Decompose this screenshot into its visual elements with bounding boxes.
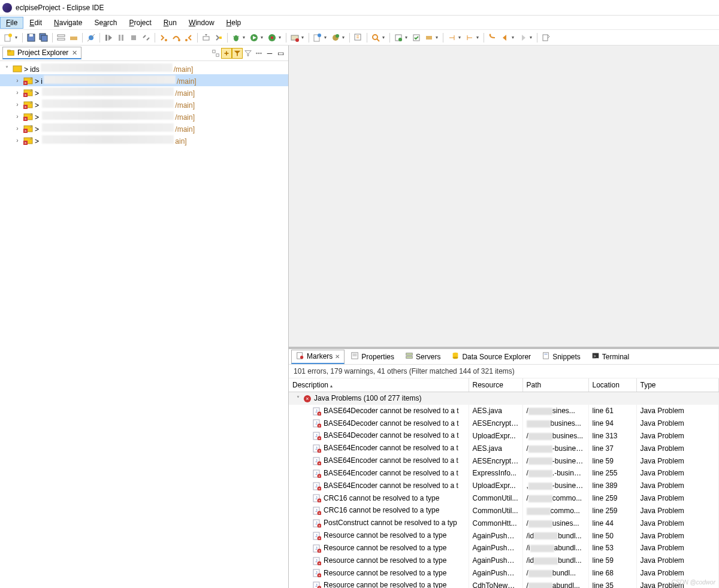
toggle-breadcrumb-button[interactable] bbox=[55, 32, 67, 44]
last-edit-button[interactable] bbox=[487, 32, 499, 44]
menu-file[interactable]: File bbox=[0, 17, 23, 29]
dropdown-caret[interactable]: ▾ bbox=[458, 35, 463, 40]
toggle-ant-button[interactable] bbox=[392, 32, 404, 44]
tree-root[interactable]: ˅ > ids/main] bbox=[0, 62, 288, 74]
pin-editor-button[interactable] bbox=[540, 32, 552, 44]
problem-row[interactable]: J×Resource cannot be resolved to a typeC… bbox=[289, 579, 719, 588]
next-annotation-button[interactable] bbox=[464, 32, 476, 44]
suspend-button[interactable] bbox=[115, 32, 127, 44]
expand-toggle[interactable]: › bbox=[13, 101, 22, 108]
project-explorer-tab[interactable]: Project Explorer ✕ bbox=[2, 47, 81, 59]
run-server-button[interactable] bbox=[289, 32, 301, 44]
tab-data-source-explorer[interactable]: Data Source Explorer bbox=[446, 350, 536, 363]
problem-row[interactable]: J×BASE64Encoder cannot be resolved to a … bbox=[289, 442, 719, 454]
menu-edit[interactable]: Edit bbox=[23, 17, 48, 29]
problem-row[interactable]: J×Resource cannot be resolved to a typeA… bbox=[289, 567, 719, 580]
resume-button[interactable] bbox=[102, 32, 114, 44]
menu-search[interactable]: Search bbox=[88, 17, 123, 29]
dropdown-caret[interactable]: ▾ bbox=[243, 35, 247, 40]
collapse-all-button[interactable] bbox=[210, 48, 221, 59]
column-location[interactable]: Location bbox=[588, 378, 636, 392]
terminate-button[interactable] bbox=[128, 32, 140, 44]
save-button[interactable] bbox=[25, 32, 37, 44]
tree-item[interactable]: ›×J> i/main] bbox=[0, 74, 288, 86]
close-tab-button[interactable]: ✕ bbox=[335, 353, 340, 360]
coverage-button[interactable] bbox=[266, 32, 278, 44]
filter-button[interactable] bbox=[243, 48, 253, 59]
debug-button[interactable] bbox=[230, 32, 242, 44]
new-package-button[interactable] bbox=[330, 32, 342, 44]
problem-row[interactable]: J×Resource cannot be resolved to a typeA… bbox=[289, 554, 719, 567]
step-return-button[interactable] bbox=[183, 32, 195, 44]
problem-row[interactable]: J×BASE64Decoder cannot be resolved to a … bbox=[289, 405, 719, 417]
dropdown-caret[interactable]: ▾ bbox=[512, 35, 516, 40]
forward-button[interactable] bbox=[517, 32, 529, 44]
dropdown-caret[interactable]: ▾ bbox=[405, 35, 410, 40]
tree-item[interactable]: ›×J> /main] bbox=[0, 122, 288, 134]
open-type-button[interactable] bbox=[352, 32, 364, 44]
disconnect-button[interactable] bbox=[140, 32, 152, 44]
menu-help[interactable]: Help bbox=[220, 17, 247, 29]
problem-row[interactable]: J×BASE64Decoder cannot be resolved to a … bbox=[289, 417, 719, 430]
pin-button[interactable] bbox=[423, 32, 435, 44]
dropdown-caret[interactable]: ▾ bbox=[436, 35, 440, 40]
expand-toggle[interactable]: › bbox=[13, 89, 22, 96]
focus-task-button[interactable] bbox=[232, 48, 243, 59]
dropdown-caret[interactable]: ▾ bbox=[261, 35, 265, 40]
tree-item[interactable]: ›×J> /main] bbox=[0, 98, 288, 110]
problem-row[interactable]: J×BASE64Encoder cannot be resolved to a … bbox=[289, 480, 719, 492]
step-into-button[interactable] bbox=[158, 32, 170, 44]
menu-navigate[interactable]: Navigate bbox=[48, 17, 88, 29]
save-all-button[interactable] bbox=[38, 32, 50, 44]
new-button[interactable] bbox=[2, 32, 14, 44]
tree-item[interactable]: ›×J> /main] bbox=[0, 86, 288, 98]
expand-toggle[interactable]: › bbox=[13, 113, 22, 120]
close-tab-button[interactable]: ✕ bbox=[72, 49, 77, 57]
markers-table[interactable]: Description ▴ResourcePathLocationType ˅×… bbox=[289, 378, 719, 588]
tab-markers[interactable]: Markers✕ bbox=[291, 350, 345, 364]
dropdown-caret[interactable]: ▾ bbox=[342, 35, 347, 40]
dropdown-caret[interactable]: ▾ bbox=[476, 35, 481, 40]
tab-properties[interactable]: Properties bbox=[346, 350, 399, 363]
problem-row[interactable]: J×BASE64Encoder cannot be resolved to a … bbox=[289, 454, 719, 467]
dropdown-caret[interactable]: ▾ bbox=[279, 35, 283, 40]
dropdown-caret[interactable]: ▾ bbox=[382, 35, 387, 40]
menu-project[interactable]: Project bbox=[123, 17, 157, 29]
column-type[interactable]: Type bbox=[636, 378, 719, 392]
maximize-button[interactable]: ▭ bbox=[275, 48, 286, 59]
problem-group-row[interactable]: ˅×Java Problems (100 of 277 items) bbox=[289, 392, 719, 405]
problem-row[interactable]: J×Resource cannot be resolved to a typeA… bbox=[289, 529, 719, 542]
problem-row[interactable]: J×CRC16 cannot be resolved to a typeComm… bbox=[289, 492, 719, 505]
column-description[interactable]: Description ▴ bbox=[289, 378, 469, 392]
step-filters-button[interactable] bbox=[213, 32, 225, 44]
dropdown-caret[interactable]: ▾ bbox=[324, 35, 329, 40]
minimize-button[interactable]: ─ bbox=[264, 48, 275, 59]
link-editor-button[interactable] bbox=[221, 48, 232, 59]
menu-window[interactable]: Window bbox=[183, 17, 220, 29]
column-path[interactable]: Path bbox=[522, 378, 588, 392]
back-button[interactable] bbox=[499, 32, 511, 44]
problem-row[interactable]: J×PostConstruct cannot be resolved to a … bbox=[289, 517, 719, 529]
problem-row[interactable]: J×BASE64Decoder cannot be resolved to a … bbox=[289, 429, 719, 442]
tree-item[interactable]: ›×J> /main] bbox=[0, 110, 288, 122]
dropdown-caret[interactable]: ▾ bbox=[15, 35, 20, 40]
skip-breakpoints-button[interactable] bbox=[85, 32, 97, 44]
menu-run[interactable]: Run bbox=[158, 17, 183, 29]
problem-row[interactable]: J×CRC16 cannot be resolved to a typeComm… bbox=[289, 504, 719, 517]
expand-toggle[interactable]: ˅ bbox=[2, 65, 11, 72]
problem-row[interactable]: J×Resource cannot be resolved to a typeA… bbox=[289, 542, 719, 554]
expand-toggle[interactable]: › bbox=[13, 125, 22, 132]
expand-toggle[interactable]: › bbox=[13, 77, 22, 84]
tab-servers[interactable]: Servers bbox=[400, 350, 445, 363]
view-menu-button[interactable] bbox=[253, 48, 264, 59]
drop-to-frame-button[interactable] bbox=[200, 32, 212, 44]
tree-item[interactable]: ›×J> ain] bbox=[0, 134, 288, 146]
run-button[interactable] bbox=[248, 32, 260, 44]
expand-toggle[interactable]: › bbox=[13, 137, 22, 144]
dropdown-caret[interactable]: ▾ bbox=[301, 35, 306, 40]
step-over-button[interactable] bbox=[170, 32, 182, 44]
problem-row[interactable]: J×BASE64Encoder cannot be resolved to a … bbox=[289, 467, 719, 480]
tab-terminal[interactable]: >_Terminal bbox=[587, 350, 634, 363]
new-java-button[interactable] bbox=[312, 32, 324, 44]
search-button[interactable] bbox=[370, 32, 382, 44]
